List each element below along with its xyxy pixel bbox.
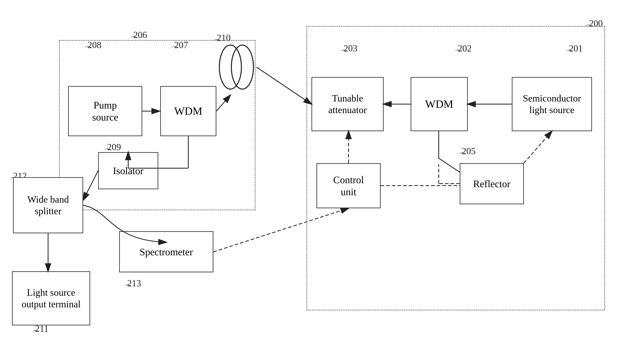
wdm-left-box: WDM <box>160 86 216 136</box>
control-unit-box: Controlunit <box>316 163 381 208</box>
label-202-curve: ⌒ <box>454 48 462 59</box>
control-unit-label: Controlunit <box>333 174 364 198</box>
label-211-curve: ⌒ <box>32 328 40 339</box>
semiconductor-light-source-label: Semiconductorlight source <box>523 93 581 116</box>
spectrometer-box: Spectrometer <box>119 231 213 272</box>
svg-line-6 <box>257 67 311 104</box>
label-213-curve: ⌒ <box>124 283 132 294</box>
wide-band-splitter-box: Wide bandsplitter <box>13 177 83 233</box>
label-203-curve: ⌒ <box>340 48 348 59</box>
isolator-box: Isolator <box>98 152 158 189</box>
label-205-curve: ⌒ <box>458 151 466 162</box>
label-207-curve: ⌒ <box>171 45 179 56</box>
label-206-curve: ⌒ <box>130 34 138 46</box>
svg-point-0 <box>219 45 242 89</box>
pump-source-label: Pumpsource <box>92 99 118 123</box>
spectrometer-label: Spectrometer <box>140 246 193 258</box>
wdm-right-box: WDM <box>411 77 468 131</box>
light-source-output-label: Light sourceoutput terminal <box>22 287 81 310</box>
wdm-right-label: WDM <box>425 98 453 111</box>
label-200-curve: ⌒ <box>585 23 593 34</box>
semiconductor-light-source-box: Semiconductorlight source <box>512 77 592 131</box>
fiber-coil <box>216 40 257 94</box>
pump-source-box: Pumpsource <box>68 86 142 136</box>
label-201-curve: ⌒ <box>566 48 573 59</box>
tunable-attenuator-box: Tunableattenuator <box>311 77 384 131</box>
wide-band-splitter-label: Wide bandsplitter <box>27 194 69 217</box>
label-208-curve: ⌒ <box>84 45 92 56</box>
wdm-left-label: WDM <box>174 104 203 118</box>
isolator-label: Isolator <box>113 165 144 177</box>
svg-point-1 <box>231 45 253 89</box>
light-source-output-box: Light sourceoutput terminal <box>12 271 90 325</box>
tunable-attenuator-label: Tunableattenuator <box>328 93 367 116</box>
reflector-label: Reflector <box>473 178 510 190</box>
diagram: 200 ⌒ 206 ⌒ 201 ⌒ 202 ⌒ 203 ⌒ 204 ⌒ 205 … <box>0 0 621 364</box>
reflector-box: Reflector <box>460 163 524 204</box>
